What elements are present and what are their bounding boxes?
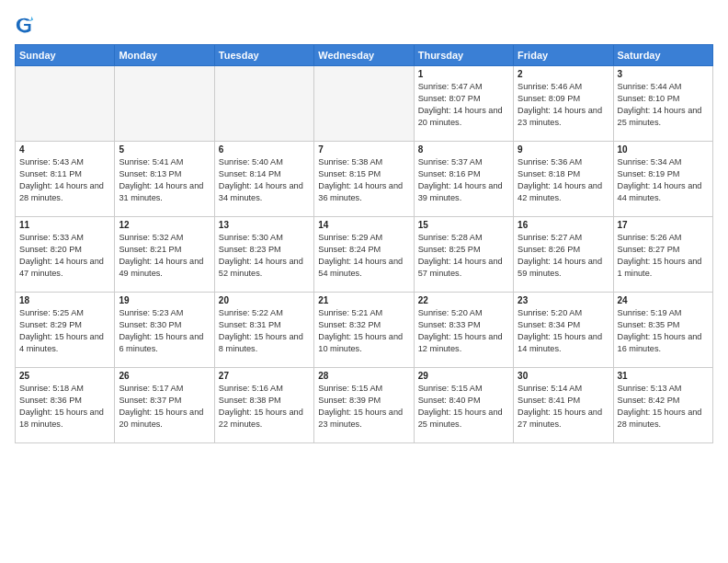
cell-info-line: Daylight: 15 hours and 4 minutes. <box>19 332 104 353</box>
calendar-cell: 1Sunrise: 5:47 AMSunset: 8:07 PMDaylight… <box>414 66 513 142</box>
cell-info-line: Sunset: 8:34 PM <box>518 320 580 329</box>
cell-info: Sunrise: 5:21 AMSunset: 8:32 PMDaylight:… <box>318 307 409 355</box>
calendar-cell: 3Sunrise: 5:44 AMSunset: 8:10 PMDaylight… <box>613 66 712 142</box>
calendar-cell: 21Sunrise: 5:21 AMSunset: 8:32 PMDayligh… <box>314 293 414 368</box>
calendar-cell: 19Sunrise: 5:23 AMSunset: 8:30 PMDayligh… <box>115 293 214 368</box>
cell-info-line: Daylight: 14 hours and 25 minutes. <box>618 106 702 127</box>
cell-info-line: Sunset: 8:15 PM <box>318 169 381 178</box>
cell-info-line: Sunrise: 5:23 AM <box>119 308 183 317</box>
cell-date: 16 <box>518 220 609 230</box>
cell-info: Sunrise: 5:14 AMSunset: 8:41 PMDaylight:… <box>518 383 609 431</box>
cell-info-line: Daylight: 14 hours and 34 minutes. <box>219 181 303 202</box>
cell-info-line: Sunrise: 5:41 AM <box>119 157 183 167</box>
cell-info-line: Sunrise: 5:44 AM <box>618 82 682 91</box>
cell-info-line: Daylight: 14 hours and 49 minutes. <box>119 257 203 278</box>
cell-info-line: Sunset: 8:25 PM <box>418 245 481 254</box>
cell-info-line: Sunrise: 5:19 AM <box>618 308 682 317</box>
cell-info-line: Daylight: 15 hours and 8 minutes. <box>219 332 303 353</box>
cell-info-line: Daylight: 15 hours and 22 minutes. <box>219 408 303 429</box>
cell-date: 13 <box>219 220 310 230</box>
cell-info-line: Sunrise: 5:13 AM <box>618 384 682 393</box>
cell-info: Sunrise: 5:27 AMSunset: 8:26 PMDaylight:… <box>518 232 609 280</box>
calendar-cell <box>314 66 414 142</box>
week-row-5: 25Sunrise: 5:18 AMSunset: 8:36 PMDayligh… <box>16 368 713 443</box>
cell-info-line: Sunset: 8:24 PM <box>318 245 381 254</box>
cell-info: Sunrise: 5:26 AMSunset: 8:27 PMDaylight:… <box>618 232 709 280</box>
calendar-cell: 7Sunrise: 5:38 AMSunset: 8:15 PMDaylight… <box>314 142 414 217</box>
cell-info: Sunrise: 5:16 AMSunset: 8:38 PMDaylight:… <box>219 383 310 431</box>
cell-info: Sunrise: 5:18 AMSunset: 8:36 PMDaylight:… <box>19 383 110 431</box>
cell-info-line: Sunrise: 5:33 AM <box>19 233 84 242</box>
cell-info-line: Sunset: 8:40 PM <box>418 396 481 405</box>
cell-info-line: Sunrise: 5:15 AM <box>318 384 382 393</box>
cell-date: 29 <box>418 371 509 381</box>
cell-info: Sunrise: 5:19 AMSunset: 8:35 PMDaylight:… <box>618 307 709 355</box>
cell-info-line: Daylight: 15 hours and 23 minutes. <box>318 408 403 429</box>
cell-info: Sunrise: 5:46 AMSunset: 8:09 PMDaylight:… <box>518 81 609 129</box>
cell-date: 22 <box>418 295 509 305</box>
cell-info-line: Sunrise: 5:36 AM <box>518 157 582 167</box>
cell-info: Sunrise: 5:32 AMSunset: 8:21 PMDaylight:… <box>119 232 210 280</box>
cell-info-line: Sunset: 8:16 PM <box>418 169 481 178</box>
cell-date: 15 <box>418 220 509 230</box>
cell-date: 18 <box>19 295 110 305</box>
calendar-table: SundayMondayTuesdayWednesdayThursdayFrid… <box>15 44 713 443</box>
cell-info: Sunrise: 5:44 AMSunset: 8:10 PMDaylight:… <box>618 81 709 129</box>
cell-info-line: Daylight: 14 hours and 31 minutes. <box>119 181 203 202</box>
week-row-3: 11Sunrise: 5:33 AMSunset: 8:20 PMDayligh… <box>16 217 713 293</box>
cell-info-line: Sunset: 8:29 PM <box>19 320 82 329</box>
cell-info-line: Daylight: 15 hours and 20 minutes. <box>119 408 203 429</box>
cell-date: 14 <box>318 220 409 230</box>
cell-info: Sunrise: 5:23 AMSunset: 8:30 PMDaylight:… <box>119 307 210 355</box>
cell-date: 17 <box>618 220 709 230</box>
calendar-cell: 25Sunrise: 5:18 AMSunset: 8:36 PMDayligh… <box>16 368 115 443</box>
cell-info: Sunrise: 5:43 AMSunset: 8:11 PMDaylight:… <box>19 156 110 204</box>
cell-info: Sunrise: 5:29 AMSunset: 8:24 PMDaylight:… <box>318 232 409 280</box>
cell-info: Sunrise: 5:33 AMSunset: 8:20 PMDaylight:… <box>19 232 110 280</box>
cell-date: 25 <box>19 371 110 381</box>
day-header-monday: Monday <box>115 45 214 66</box>
cell-date: 26 <box>119 371 210 381</box>
cell-info-line: Sunrise: 5:26 AM <box>618 233 682 242</box>
cell-info-line: Daylight: 14 hours and 59 minutes. <box>518 257 602 278</box>
calendar-cell: 31Sunrise: 5:13 AMSunset: 8:42 PMDayligh… <box>613 368 712 443</box>
calendar-cell: 9Sunrise: 5:36 AMSunset: 8:18 PMDaylight… <box>514 142 613 217</box>
logo <box>15 15 37 35</box>
calendar-cell: 23Sunrise: 5:20 AMSunset: 8:34 PMDayligh… <box>514 293 613 368</box>
cell-info-line: Daylight: 14 hours and 28 minutes. <box>19 181 104 202</box>
cell-info-line: Daylight: 14 hours and 57 minutes. <box>418 257 503 278</box>
cell-info-line: Daylight: 14 hours and 23 minutes. <box>518 106 602 127</box>
cell-info-line: Daylight: 14 hours and 44 minutes. <box>618 181 702 202</box>
cell-info: Sunrise: 5:25 AMSunset: 8:29 PMDaylight:… <box>19 307 110 355</box>
cell-date: 27 <box>219 371 310 381</box>
cell-info-line: Sunrise: 5:28 AM <box>418 233 483 242</box>
cell-info-line: Sunset: 8:10 PM <box>618 94 680 103</box>
cell-info-line: Sunrise: 5:21 AM <box>318 308 382 317</box>
cell-info-line: Daylight: 14 hours and 52 minutes. <box>219 257 303 278</box>
day-header-saturday: Saturday <box>613 45 712 66</box>
calendar-cell: 15Sunrise: 5:28 AMSunset: 8:25 PMDayligh… <box>414 217 513 293</box>
cell-date: 31 <box>618 371 709 381</box>
calendar-cell: 24Sunrise: 5:19 AMSunset: 8:35 PMDayligh… <box>613 293 712 368</box>
cell-info-line: Sunrise: 5:38 AM <box>318 157 382 167</box>
cell-date: 24 <box>618 295 709 305</box>
cell-info-line: Sunset: 8:35 PM <box>618 320 680 329</box>
calendar-cell: 16Sunrise: 5:27 AMSunset: 8:26 PMDayligh… <box>514 217 613 293</box>
cell-date: 10 <box>618 144 709 155</box>
cell-info-line: Daylight: 15 hours and 28 minutes. <box>618 408 702 429</box>
cell-info: Sunrise: 5:37 AMSunset: 8:16 PMDaylight:… <box>418 156 509 204</box>
day-header-sunday: Sunday <box>16 45 115 66</box>
cell-info-line: Sunset: 8:31 PM <box>219 320 281 329</box>
day-header-friday: Friday <box>514 45 613 66</box>
cell-info-line: Sunset: 8:13 PM <box>119 169 181 178</box>
header-row: SundayMondayTuesdayWednesdayThursdayFrid… <box>16 45 713 66</box>
cell-info-line: Sunset: 8:20 PM <box>19 245 82 254</box>
cell-date: 21 <box>318 295 409 305</box>
calendar-cell: 26Sunrise: 5:17 AMSunset: 8:37 PMDayligh… <box>115 368 214 443</box>
calendar-cell <box>115 66 214 142</box>
cell-info: Sunrise: 5:20 AMSunset: 8:34 PMDaylight:… <box>518 307 609 355</box>
week-row-4: 18Sunrise: 5:25 AMSunset: 8:29 PMDayligh… <box>16 293 713 368</box>
cell-info-line: Sunset: 8:27 PM <box>618 245 680 254</box>
cell-info-line: Sunrise: 5:15 AM <box>418 384 483 393</box>
cell-info-line: Sunset: 8:38 PM <box>219 396 281 405</box>
